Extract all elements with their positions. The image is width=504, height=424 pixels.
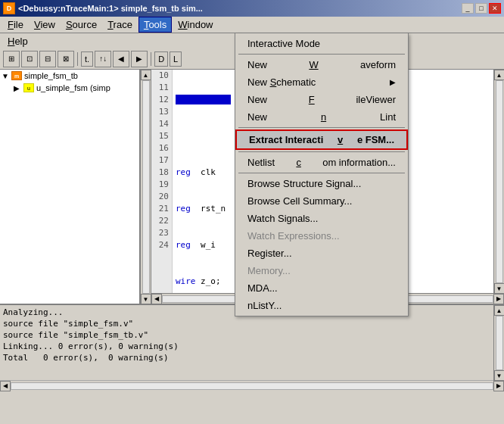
sep-4 [238,173,405,173]
log-hscroll-left[interactable]: ◀ [0,381,11,391]
log-hscroll[interactable]: ◀ ▶ [0,380,504,391]
sidebar-scroll-track[interactable] [142,80,150,294]
inst-icon: u [23,83,35,93]
code-vscroll[interactable]: ▲ ▼ [493,70,504,293]
log-scroll-up[interactable]: ▲ [494,305,505,316]
module-icon: m [11,70,23,81]
minimize-button[interactable]: _ [462,3,474,14]
line-numbers: 10 11 12 13 14 15 16 17 18 19 20 21 22 2… [151,70,173,293]
sep-2 [238,127,405,128]
window-title: <Debussy:nTraceMain:1> simple_fsm_tb sim… [18,4,203,13]
menu-new-waveform[interactable]: New Waveform [235,56,408,73]
log-line-2: source file "simple_fsm.v" [3,318,490,329]
menu-trace[interactable]: Trace [103,17,137,32]
menu-watch-signals[interactable]: Watch Signals... [235,210,408,227]
log-scroll-track[interactable] [496,316,503,370]
log-hscroll-right[interactable]: ▶ [493,381,504,391]
sep-1 [238,54,405,55]
toolbar-btn-3[interactable]: ⊟ [39,51,56,67]
menu-memory: Memory... [235,262,408,279]
sidebar-tree: ▼ m simple_fsm_tb ▶ u u_simple_fsm (simp [0,70,140,304]
maximize-button[interactable]: □ [475,3,487,14]
menu-new-schematic[interactable]: New Schematic ▶ [235,73,408,91]
tree-item-u-simple-fsm[interactable]: ▶ u u_simple_fsm (simp [0,82,139,94]
sidebar-scroll-down[interactable]: ▼ [141,294,151,304]
toolbar-btn-l[interactable]: L [170,51,182,67]
sidebar-panel: ▼ m simple_fsm_tb ▶ u u_simple_fsm (simp… [0,70,151,304]
toolbar-btn-1[interactable]: ⊞ [3,51,20,67]
title-bar: D <Debussy:nTraceMain:1> simple_fsm_tb s… [0,0,504,17]
menu-browse-cell[interactable]: Browse Cell Summary... [235,192,408,210]
tree-arrow[interactable]: ▼ [2,72,11,80]
app-icon: D [3,2,15,14]
menu-browse-structure[interactable]: Browse Structure Signal... [235,175,408,192]
menu-help[interactable]: Help [3,34,33,48]
menu-watch-expr: Watch Expressions... [235,227,408,245]
code-scroll-down[interactable]: ▼ [494,283,505,293]
menu-tools[interactable]: Tools [138,17,172,33]
log-vscroll[interactable]: ▲ ▼ [493,305,504,381]
tree-item-simple-fsm-tb[interactable]: ▼ m simple_fsm_tb [0,70,139,82]
close-button[interactable]: ✕ [489,3,501,14]
menu-mda[interactable]: MDA... [235,279,408,297]
sidebar-scroll-up[interactable]: ▲ [141,70,151,80]
menu-new-fileviewer[interactable]: New FileViewer [235,91,408,108]
menu-register[interactable]: Register... [235,245,408,262]
menu-file[interactable]: File [3,17,28,32]
log-scroll-down[interactable]: ▼ [494,370,505,381]
toolbar-btn-2[interactable]: ⊡ [21,51,38,67]
toolbar-sep-2 [151,52,151,66]
tree-label-u-simple-fsm: u_simple_fsm (simp [36,83,110,92]
menu-interactive-mode[interactable]: Interactive Mode [235,35,408,52]
code-scroll-track[interactable] [496,80,503,283]
toolbar-btn-d[interactable]: D [154,51,168,67]
log-line-5: Total 0 error(s), 0 warning(s) [3,352,490,363]
sep-3 [238,151,405,152]
code-hscroll-right[interactable]: ▶ [493,294,504,304]
menu-source[interactable]: Source [61,17,101,32]
toolbar-sep-1 [77,52,78,66]
menu-nlisty[interactable]: nListY... [235,297,408,314]
menu-window[interactable]: Window [173,17,217,32]
menu-netlistcom[interactable]: Netlistcom information... [235,154,408,171]
menu-view[interactable]: View [30,17,60,32]
sidebar-vscroll[interactable]: ▲ ▼ [140,70,151,304]
code-scroll-up[interactable]: ▲ [494,70,505,80]
log-line-4: Linking... 0 error(s), 0 warning(s) [3,341,490,352]
menu-extract-fsm[interactable]: Extract Interactive FSM... [235,129,408,150]
toolbar-btn-4[interactable]: ⊠ [58,51,74,67]
toolbar-btn-fwd[interactable]: ▶ [131,51,148,67]
toolbar-btn-t[interactable]: t. [81,51,93,67]
menu-new-nlint[interactable]: New nLint [235,108,408,126]
log-line-3: source file "simple_fsm_tb.v" [3,329,490,341]
toolbar-btn-back[interactable]: ◀ [113,51,129,67]
log-hscroll-track[interactable] [11,382,493,390]
tree-arrow-2[interactable]: ▶ [14,84,23,92]
tools-dropdown: Interactive Mode New Waveform New Schema… [235,33,409,316]
tree-label-simple-fsm-tb: simple_fsm_tb [24,71,78,80]
menu-bar: File View Source Trace Tools Window [0,17,504,33]
submenu-arrow: ▶ [390,78,396,86]
code-hscroll-left[interactable]: ◀ [151,294,162,304]
toolbar-btn-arrows[interactable]: ↑↓ [95,51,111,67]
